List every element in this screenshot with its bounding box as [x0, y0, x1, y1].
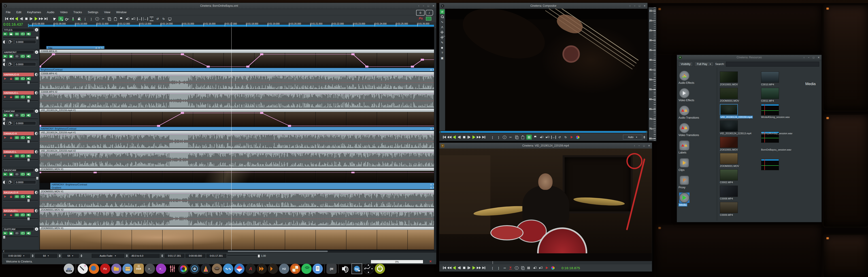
track-expand-button[interactable]: ▸ [35, 132, 38, 135]
gang-toggle[interactable] [14, 136, 19, 139]
fast-forward-button[interactable] [476, 135, 481, 140]
file-thumbnail[interactable] [720, 202, 738, 213]
reverse-play-button[interactable] [452, 135, 457, 140]
gang-toggle[interactable] [14, 154, 19, 158]
duration-zoom[interactable]: 0:00:18.592▼ [3, 254, 30, 258]
auto-type-select[interactable]: Audio Fade:▼ [92, 254, 124, 258]
prev-label-icon[interactable] [125, 16, 130, 21]
timebar-ruler[interactable]: 0:01:16.437 [|0:01:08.000|0:01:09.000|0:… [2, 22, 436, 27]
track-expand-button[interactable]: ▾ [35, 28, 38, 32]
menu-file[interactable]: File [3, 10, 13, 14]
stack-zero-button[interactable]: 0 [416, 10, 425, 15]
file-name[interactable]: C0002.MP4 [720, 181, 733, 184]
play-toggle[interactable] [3, 232, 8, 235]
reverse-play-button[interactable] [452, 265, 457, 270]
gang-toggle[interactable] [14, 77, 19, 80]
gang-toggle[interactable] [14, 195, 19, 198]
track-expand-button[interactable]: ▸ [35, 209, 38, 212]
menu-settings[interactable]: Settings [85, 10, 101, 14]
mute-toggle[interactable] [26, 213, 31, 216]
gain-value-field[interactable]: 0.0000 [14, 62, 36, 66]
menu-audio[interactable]: Audio [44, 10, 57, 14]
track-expand-button[interactable]: ▸ [35, 91, 38, 95]
track-fader[interactable] [3, 199, 38, 202]
navigator-launcher[interactable] [234, 264, 245, 274]
mute-toggle[interactable] [26, 114, 31, 117]
screen-ruler[interactable]: 1520253035404550556065707580 [649, 7, 656, 141]
go-start-button[interactable] [442, 265, 447, 270]
manual-goto-icon[interactable] [569, 135, 574, 140]
fast-forward-button[interactable] [476, 265, 481, 270]
compositor-titlebar[interactable]: C Cinelerra: Compositor ↑−□✕ [439, 3, 647, 9]
track-name-field[interactable]: DANCAM [3, 109, 34, 113]
protect-tool-icon[interactable]: ⊘ [440, 9, 444, 14]
next-label-icon[interactable] [131, 16, 136, 21]
play-toggle[interactable] [3, 55, 8, 58]
play-button[interactable] [34, 16, 38, 21]
arm-toggle[interactable] [9, 195, 13, 198]
range-spinner[interactable] [161, 254, 163, 258]
file-thumbnail[interactable] [720, 88, 738, 99]
fit-autos-icon[interactable] [143, 16, 148, 21]
package-installer-launcher[interactable] [122, 264, 133, 274]
go-end-button[interactable] [43, 16, 48, 21]
frame-reverse-button[interactable] [457, 135, 462, 140]
clock-launcher[interactable] [363, 264, 374, 274]
keyframe-copy-button[interactable]: ▼ [7, 40, 13, 44]
ardour-launcher[interactable]: A [245, 264, 256, 274]
gang-toggle[interactable] [14, 232, 19, 235]
title-effect-bar[interactable]: Title⊙⚲✎ [46, 46, 104, 49]
compositor-canvas[interactable] [445, 9, 647, 131]
out-point-icon[interactable]: ] [496, 265, 501, 270]
maximize-icon[interactable]: □ [639, 4, 640, 7]
minimize-icon[interactable]: − [808, 56, 809, 59]
close-icon[interactable]: ✕ [818, 56, 820, 59]
pointer-tool-icon[interactable] [52, 16, 57, 21]
file-name[interactable]: VID_20190124_220159.mp4 [720, 116, 753, 118]
scroll-left-icon[interactable]: ❮ [3, 250, 5, 252]
frame-forward-button[interactable] [29, 16, 34, 21]
magic-wand-launcher[interactable] [78, 264, 88, 274]
close-icon[interactable]: ✕ [644, 4, 646, 7]
alpha-slider[interactable] [227, 254, 260, 257]
track-fader[interactable] [3, 236, 38, 238]
track-name-field[interactable]: HARMAUD-L [3, 91, 34, 95]
menu-keyframes[interactable]: Keyframes [24, 10, 44, 14]
gang-toggle[interactable] [14, 32, 19, 36]
eyedropper-tool-icon[interactable] [440, 45, 444, 50]
category-proxy[interactable]: P [679, 175, 689, 185]
camera-lens-app-launcher[interactable] [189, 264, 200, 274]
menu-video[interactable]: Video [57, 10, 70, 14]
info-button[interactable]: i [426, 10, 433, 15]
category-clips[interactable] [679, 158, 689, 168]
track-canvas[interactable]: C0008.MP4 #2 [40, 90, 436, 109]
category-labels[interactable] [679, 140, 689, 150]
frame-forward-button[interactable] [467, 265, 471, 270]
next-label-icon[interactable] [538, 265, 543, 270]
projector-tool-icon[interactable] [440, 35, 444, 40]
timeline-hscrollbar[interactable]: ❮ [2, 250, 436, 252]
stop-button[interactable] [24, 16, 29, 21]
mute-toggle[interactable] [26, 232, 31, 235]
draw-toggle[interactable] [20, 77, 25, 80]
manual-goto-icon[interactable] [545, 265, 549, 270]
crop-tool-icon[interactable]: ✎ [440, 40, 444, 45]
clip-info-icon[interactable] [514, 265, 519, 270]
copy-icon[interactable] [520, 265, 525, 270]
keyframe-copy-button[interactable]: ▼ [7, 121, 13, 125]
arm-toggle[interactable] [9, 136, 13, 139]
close-icon[interactable]: ✕ [648, 144, 650, 147]
track-name-field[interactable]: HARMAUD-R [3, 73, 34, 76]
tool-info-icon[interactable]: ? [440, 50, 444, 55]
track-canvas[interactable]: VID_20190124_220159.mp4 #1 [40, 131, 436, 149]
sample-spinner[interactable] [58, 254, 61, 258]
paste-icon[interactable] [113, 16, 118, 21]
track-name-field[interactable]: DANAUD-R [3, 132, 34, 135]
file-thumbnail[interactable] [720, 71, 738, 83]
play-toggle[interactable] [3, 195, 8, 198]
selection-start-field[interactable]: 0:01:17.301 [165, 254, 184, 258]
undo-icon[interactable]: ↺ [557, 135, 562, 140]
go-end-button[interactable] [482, 135, 486, 140]
gang-toggle[interactable] [14, 55, 19, 58]
track-canvas[interactable]: VID_20190124_220159.mp4 #2 [40, 149, 436, 168]
